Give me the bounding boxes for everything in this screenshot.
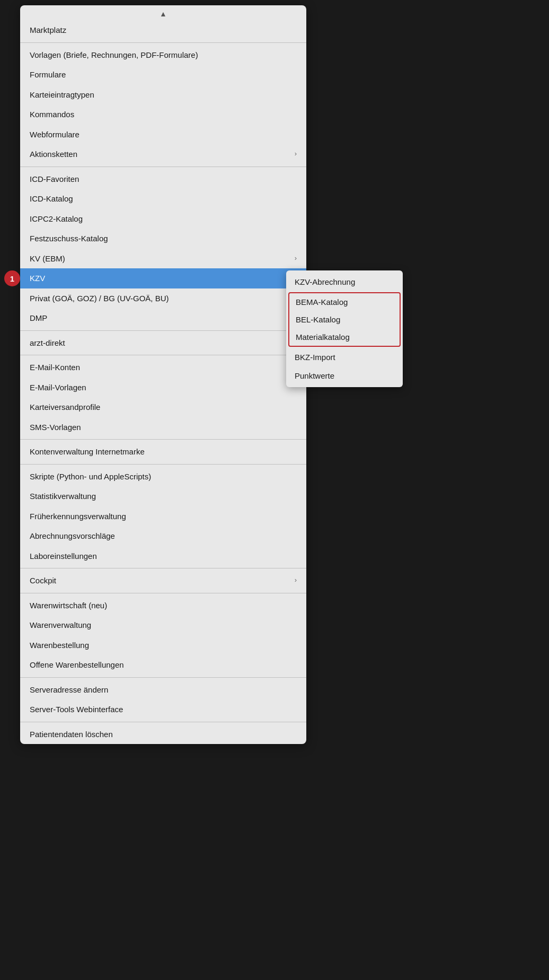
menu-item-marktplatz[interactable]: Marktplatz (20, 20, 306, 40)
submenu-outlined-group: BEMA-KatalogBEL-KatalogMaterialkatalog (288, 292, 401, 347)
menu-separator (20, 330, 306, 331)
menu-item-label: Serveradresse ändern (30, 685, 108, 695)
menu-item-icd-katalog[interactable]: ICD-Katalog (20, 189, 306, 209)
menu-item-skripte[interactable]: Skripte (Python- und AppleScripts) (20, 467, 306, 487)
menu-item-email-vorlagen[interactable]: E-Mail-Vorlagen (20, 378, 306, 398)
chevron-up-icon: ▲ (160, 10, 167, 18)
menu-separator (20, 439, 306, 440)
menu-item-label: Privat (GOÄ, GOZ) / BG (UV-GOÄ, BU) (30, 293, 169, 304)
menu-item-label: Warenverwaltung (30, 620, 91, 631)
menu-item-label: Marktplatz (30, 25, 66, 36)
menu-item-label: Statistikverwaltung (30, 491, 96, 502)
menu-item-label: KV (EBM) (30, 253, 65, 264)
menu-item-label: Offene Warenbestellungen (30, 660, 124, 670)
menu-item-serveradresse[interactable]: Serveradresse ändern (20, 680, 306, 700)
menu-item-label: Webformulare (30, 129, 79, 140)
menu-item-cockpit[interactable]: Cockpit› (20, 571, 306, 591)
menu-item-patientendaten[interactable]: Patientendaten löschen (20, 724, 306, 745)
menu-item-kv-ebm[interactable]: KV (EBM)› (20, 249, 306, 269)
submenu-item-bkz-import[interactable]: BKZ-Import (286, 348, 403, 366)
menu-separator (20, 568, 306, 568)
menu-item-warenverwaltung[interactable]: Warenverwaltung (20, 615, 306, 635)
menu-item-sms-vorlagen[interactable]: SMS-Vorlagen (20, 417, 306, 438)
menu-item-label: KZV (30, 273, 45, 284)
submenu-item-punktwerte[interactable]: Punktwerte (286, 366, 403, 385)
menu-item-karteiversand[interactable]: Karteiversandprofile (20, 397, 306, 417)
menu-item-formulare[interactable]: Formulare (20, 65, 306, 85)
menu-item-label: ICPC2-Katalog (30, 214, 83, 224)
menu-items-list: MarktplatzVorlagen (Briefe, Rechnungen, … (20, 20, 306, 744)
menu-item-laboreinstellungen[interactable]: Laboreinstellungen (20, 546, 306, 566)
menu-item-statistik[interactable]: Statistikverwaltung (20, 486, 306, 506)
menu-item-server-tools[interactable]: Server-Tools Webinterface (20, 699, 306, 720)
menu-item-icd-favoriten[interactable]: ICD-Favoriten (20, 169, 306, 189)
menu-item-label: Warenbestellung (30, 640, 89, 651)
menu-item-kommandos[interactable]: Kommandos (20, 104, 306, 125)
menu-item-warenbestellung[interactable]: Warenbestellung (20, 635, 306, 655)
submenu-item-materialkatalog[interactable]: Materialkatalog (289, 328, 400, 346)
menu-item-label: Karteieintragtypen (30, 90, 94, 100)
badge-label: 1 (10, 274, 14, 283)
menu-item-privat[interactable]: Privat (GOÄ, GOZ) / BG (UV-GOÄ, BU)› (20, 288, 306, 309)
menu-item-label: ICD-Favoriten (30, 174, 79, 185)
menu-item-frueherkennungs[interactable]: Früherkennungsverwaltung (20, 506, 306, 527)
menu-item-festzuschuss[interactable]: Festzuschuss-Katalog (20, 229, 306, 249)
menu-item-label: Aktionsketten (30, 149, 77, 160)
menu-item-label: Kommandos (30, 109, 74, 120)
menu-separator (20, 42, 306, 43)
menu-item-kontenverwaltung[interactable]: Kontenverwaltung Internetmarke (20, 442, 306, 462)
menu-item-abrechnungsvorschlaege[interactable]: Abrechnungsvorschläge (20, 526, 306, 546)
menu-item-label: Server-Tools Webinterface (30, 704, 123, 715)
menu-item-label: Cockpit (30, 575, 56, 586)
kzv-submenu: KZV-AbrechnungBEMA-KatalogBEL-KatalogMat… (286, 270, 403, 387)
menu-item-webformulare[interactable]: Webformulare (20, 125, 306, 145)
menu-separator (20, 464, 306, 465)
menu-item-label: Patientendaten löschen (30, 729, 113, 740)
menu-item-label: Festzuschuss-Katalog (30, 233, 108, 244)
menu-item-label: Formulare (30, 69, 66, 80)
main-menu: ▲ MarktplatzVorlagen (Briefe, Rechnungen… (20, 5, 306, 744)
chevron-right-icon: › (295, 150, 297, 159)
menu-item-email-konten[interactable]: E-Mail-Konten (20, 357, 306, 378)
menu-separator (20, 355, 306, 355)
scroll-up-indicator[interactable]: ▲ (20, 5, 306, 20)
menu-item-kzv[interactable]: KZV› (20, 268, 306, 288)
chevron-right-icon: › (295, 576, 297, 585)
submenu-item-bel-katalog[interactable]: BEL-Katalog (289, 311, 400, 328)
menu-item-label: Früherkennungsverwaltung (30, 511, 126, 522)
menu-item-label: Skripte (Python- und AppleScripts) (30, 471, 151, 482)
chevron-right-icon: › (295, 254, 297, 263)
menu-item-label: Kontenverwaltung Internetmarke (30, 447, 145, 457)
menu-item-label: E-Mail-Konten (30, 362, 80, 373)
menu-item-label: Vorlagen (Briefe, Rechnungen, PDF-Formul… (30, 50, 198, 60)
menu-item-label: arzt-direkt (30, 338, 65, 348)
menu-item-label: E-Mail-Vorlagen (30, 382, 86, 393)
menu-item-dmp[interactable]: DMP› (20, 308, 306, 328)
submenu-item-bema-katalog[interactable]: BEMA-Katalog (289, 293, 400, 311)
menu-item-label: DMP (30, 313, 47, 323)
menu-item-aktionsketten[interactable]: Aktionsketten› (20, 144, 306, 164)
menu-item-label: ICD-Katalog (30, 194, 73, 204)
menu-separator (20, 677, 306, 678)
menu-separator (20, 593, 306, 593)
submenu-item-kzv-abrechnung[interactable]: KZV-Abrechnung (286, 273, 403, 291)
menu-item-label: Warenwirtschaft (neu) (30, 600, 107, 611)
menu-item-offene-warenbestellungen[interactable]: Offene Warenbestellungen (20, 655, 306, 675)
menu-item-icpc2[interactable]: ICPC2-Katalog (20, 209, 306, 229)
menu-item-label: Laboreinstellungen (30, 551, 97, 562)
step-badge: 1 (4, 270, 20, 286)
menu-item-label: Karteiversandprofile (30, 402, 100, 413)
menu-item-vorlagen[interactable]: Vorlagen (Briefe, Rechnungen, PDF-Formul… (20, 45, 306, 65)
menu-item-warenwirtschaft[interactable]: Warenwirtschaft (neu) (20, 596, 306, 616)
menu-item-label: SMS-Vorlagen (30, 422, 81, 433)
menu-item-karteieintrag[interactable]: Karteieintragtypen (20, 85, 306, 105)
menu-item-arzt-direkt[interactable]: arzt-direkt› (20, 333, 306, 353)
menu-separator (20, 722, 306, 722)
menu-separator (20, 167, 306, 167)
menu-item-label: Abrechnungsvorschläge (30, 531, 115, 541)
